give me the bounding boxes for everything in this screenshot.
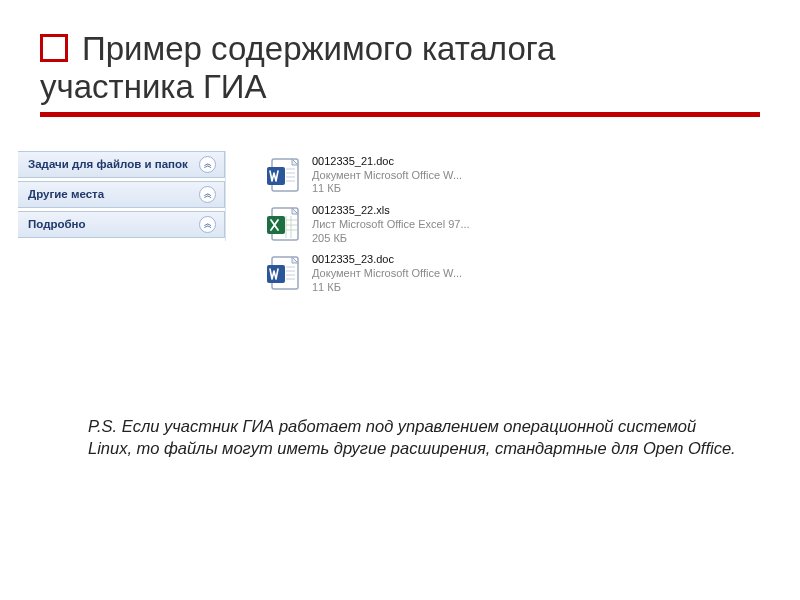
title-line-2: участника ГИА [40,68,267,105]
explorer-sidebar: Задачи для файлов и папок Другие места П… [18,151,226,241]
title-accent-box [40,34,68,62]
file-item[interactable]: 0012335_21.doc Документ Microsoft Office… [264,155,514,196]
sidebar-details-header[interactable]: Подробно [18,211,225,238]
file-type: Документ Microsoft Office W... [312,169,462,183]
file-size: 11 КБ [312,281,462,295]
file-size: 205 КБ [312,232,470,246]
explorer-area: Задачи для файлов и папок Другие места П… [0,151,800,295]
file-type: Лист Microsoft Office Excel 97... [312,218,470,232]
sidebar-tasks-header[interactable]: Задачи для файлов и папок [18,151,225,178]
svg-rect-1 [267,167,285,185]
file-item[interactable]: 0012335_23.doc Документ Microsoft Office… [264,253,514,294]
svg-rect-7 [267,216,285,234]
svg-rect-14 [267,265,285,283]
file-text: 0012335_23.doc Документ Microsoft Office… [312,253,462,294]
sidebar-places-header[interactable]: Другие места [18,181,225,208]
sidebar-places-label: Другие места [28,188,104,200]
collapse-icon[interactable] [199,156,216,173]
word-doc-icon [264,253,304,293]
title-line-1: Пример содержимого каталога [82,30,555,67]
file-size: 11 КБ [312,182,462,196]
file-item[interactable]: 0012335_22.xls Лист Microsoft Office Exc… [264,204,514,245]
slide-title: Пример содержимого каталога участника ГИ… [40,30,760,106]
file-name: 0012335_22.xls [312,204,470,218]
file-name: 0012335_23.doc [312,253,462,267]
file-name: 0012335_21.doc [312,155,462,169]
file-list: 0012335_21.doc Документ Microsoft Office… [236,151,782,295]
collapse-icon[interactable] [199,186,216,203]
sidebar-tasks-label: Задачи для файлов и папок [28,158,188,170]
excel-doc-icon [264,204,304,244]
file-text: 0012335_21.doc Документ Microsoft Office… [312,155,462,196]
collapse-icon[interactable] [199,216,216,233]
footer-note: P.S. Если участник ГИА работает под упра… [40,415,760,460]
file-type: Документ Microsoft Office W... [312,267,462,281]
word-doc-icon [264,155,304,195]
file-text: 0012335_22.xls Лист Microsoft Office Exc… [312,204,470,245]
sidebar-details-label: Подробно [28,218,86,230]
title-underline [40,112,760,117]
